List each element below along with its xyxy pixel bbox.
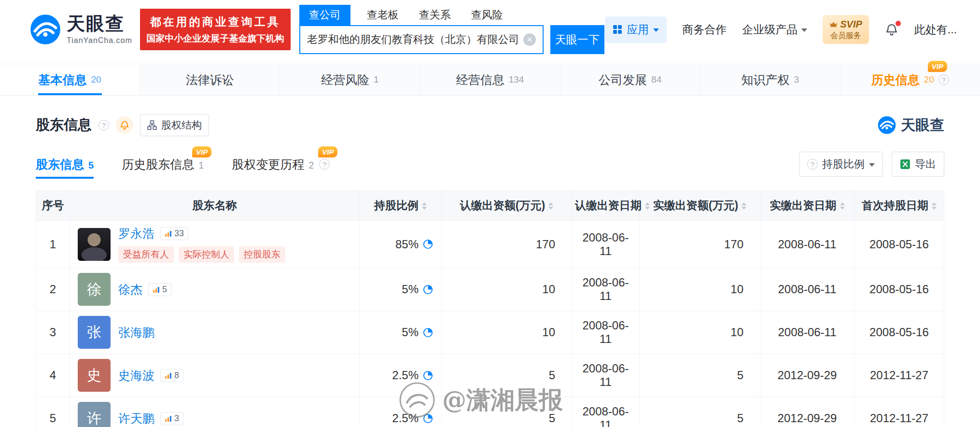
network-icon bbox=[153, 286, 160, 293]
tab-label: 历史信息 bbox=[871, 72, 920, 88]
subtab-equity-changes[interactable]: VIP 股权变更历程 2 bbox=[232, 157, 330, 172]
partner-count-badge[interactable]: 5 bbox=[148, 283, 171, 296]
tab-development[interactable]: 公司发展 84 bbox=[560, 64, 700, 95]
export-label: 导出 bbox=[915, 157, 936, 171]
partner-count-badge[interactable]: 33 bbox=[160, 227, 188, 240]
sort-icon[interactable] bbox=[840, 202, 845, 210]
pie-chart-icon[interactable] bbox=[422, 370, 434, 381]
shareholder-name-link[interactable]: 张海鹏 bbox=[118, 325, 154, 341]
brand-watermark: 天眼查 bbox=[878, 115, 944, 135]
search-input[interactable] bbox=[307, 33, 523, 46]
paid-amount: 5 bbox=[640, 354, 760, 397]
tab-label: 法律诉讼 bbox=[186, 72, 234, 88]
search-box bbox=[299, 25, 544, 54]
tab-business-risk[interactable]: 经营风险 1 bbox=[280, 64, 420, 95]
ratio-filter-button[interactable]: 持股比例 bbox=[799, 152, 883, 177]
paid-date: 2012-09-29 bbox=[760, 354, 854, 397]
shareholder-name-link[interactable]: 许天鹏 bbox=[118, 411, 154, 427]
apps-label: 应用 bbox=[627, 22, 649, 37]
column-header-paid-date: 实缴出资日期 bbox=[760, 191, 854, 221]
table-row: 5 许 许天鹏 3 bbox=[36, 397, 944, 427]
shareholder-name-link[interactable]: 史海波 bbox=[118, 368, 154, 384]
search-tab-boss[interactable]: 查老板 bbox=[363, 5, 403, 25]
tab-history[interactable]: VIP 历史信息 20 bbox=[840, 64, 980, 95]
sort-icon[interactable] bbox=[422, 202, 427, 210]
subtab-count: 2 bbox=[308, 160, 314, 171]
pie-chart-icon[interactable] bbox=[422, 327, 434, 338]
nav-enterprise[interactable]: 企业级产品 bbox=[742, 22, 807, 37]
org-chart-icon bbox=[147, 120, 157, 130]
subtab-history-shareholders[interactable]: VIP 历史股东信息 1 bbox=[122, 157, 204, 172]
search-tab-relation[interactable]: 查关系 bbox=[415, 5, 455, 25]
export-button[interactable]: 导出 bbox=[892, 152, 944, 177]
company-tabs: 基本信息 20 法律诉讼 经营风险 1 经营信息 134 公司发展 84 知识产… bbox=[0, 64, 980, 96]
svip-badge[interactable]: SVIP 会员服务 bbox=[823, 15, 869, 43]
table-row: 4 史 史海波 8 bbox=[36, 354, 944, 397]
avatar: 史 bbox=[78, 359, 111, 392]
subscribe-bell-button[interactable] bbox=[116, 116, 133, 134]
pie-chart-icon[interactable] bbox=[422, 284, 434, 295]
partner-count-badge[interactable]: 8 bbox=[160, 369, 183, 382]
tab-count: 20 bbox=[91, 74, 101, 85]
shareholder-section: 股东信息 股权结构 天眼查 股东信息 bbox=[0, 114, 980, 427]
equity-structure-button[interactable]: 股权结构 bbox=[140, 114, 209, 136]
help-icon[interactable] bbox=[98, 120, 109, 130]
search-tab-company[interactable]: 查公司 bbox=[299, 5, 350, 25]
tab-count: 134 bbox=[509, 74, 524, 85]
notification-dot bbox=[896, 21, 901, 26]
network-icon bbox=[165, 372, 172, 379]
equity-structure-label: 股权结构 bbox=[161, 118, 202, 132]
bell-icon bbox=[119, 120, 130, 130]
sort-icon[interactable] bbox=[548, 202, 553, 210]
notification-bell[interactable] bbox=[884, 22, 899, 37]
subscribed-date: 2008-06-11 bbox=[572, 268, 640, 311]
tab-label: 公司发展 bbox=[599, 72, 647, 88]
partner-count-badge[interactable]: 3 bbox=[160, 412, 183, 425]
tab-legal[interactable]: 法律诉讼 bbox=[140, 64, 280, 95]
sort-icon[interactable] bbox=[645, 202, 650, 210]
logo-title: 天眼查 bbox=[67, 14, 132, 34]
section-title: 股东信息 bbox=[36, 115, 92, 135]
search-button[interactable]: 天眼一下 bbox=[550, 25, 604, 54]
first-hold-date: 2012-11-27 bbox=[854, 354, 944, 397]
tab-intellectual-property[interactable]: 知识产权 3 bbox=[700, 64, 840, 95]
chevron-down-icon bbox=[869, 163, 875, 167]
row-index: 1 bbox=[36, 221, 70, 268]
sort-icon[interactable] bbox=[742, 202, 746, 210]
account-name[interactable]: 此处有... bbox=[914, 22, 957, 37]
svip-label: SVIP bbox=[840, 18, 862, 30]
role-tag: 受益所有人 bbox=[118, 246, 174, 263]
paid-date: 2008-06-11 bbox=[760, 311, 854, 354]
first-hold-date: 2012-11-27 bbox=[854, 397, 944, 427]
sort-icon[interactable] bbox=[932, 202, 937, 210]
tab-label: 经营信息 bbox=[456, 72, 504, 88]
column-header-paid-amount: 实缴出资额(万元) bbox=[640, 191, 760, 221]
first-hold-date: 2008-05-16 bbox=[854, 311, 944, 354]
shareholder-name-link[interactable]: 徐杰 bbox=[118, 282, 142, 298]
role-tag: 控股股东 bbox=[239, 246, 285, 263]
subtab-shareholders[interactable]: 股东信息 5 bbox=[36, 157, 94, 172]
subscribed-amount: 170 bbox=[442, 221, 572, 268]
shareholder-name-link[interactable]: 罗永浩 bbox=[118, 226, 154, 242]
paid-amount: 5 bbox=[640, 397, 760, 427]
search-tab-risk[interactable]: 查风险 bbox=[467, 5, 507, 25]
table-row: 3 张 张海鹏 5% 10 2008-06-11 10 2008- bbox=[36, 311, 944, 354]
avatar: 徐 bbox=[78, 273, 111, 306]
banner-line1: 都在用的商业查询工具 bbox=[150, 14, 280, 29]
apps-button[interactable]: 应用 bbox=[605, 16, 667, 43]
tab-count: 1 bbox=[374, 74, 379, 85]
help-icon[interactable] bbox=[938, 74, 949, 85]
help-icon[interactable] bbox=[319, 159, 330, 170]
subscribed-amount: 5 bbox=[442, 397, 572, 427]
tab-business-info[interactable]: 经营信息 134 bbox=[420, 64, 560, 95]
tianyancha-logo[interactable]: 天眼查 TianYanCha.com bbox=[30, 14, 132, 45]
paid-date: 2008-06-11 bbox=[760, 268, 854, 311]
ratio-filter-label: 持股比例 bbox=[822, 157, 865, 171]
nav-cooperation[interactable]: 商务合作 bbox=[682, 22, 727, 37]
pie-chart-icon[interactable] bbox=[422, 413, 434, 424]
tab-basic-info[interactable]: 基本信息 20 bbox=[0, 64, 140, 95]
tianyancha-logo-icon bbox=[878, 116, 896, 134]
enterprise-label: 企业级产品 bbox=[742, 22, 798, 37]
clear-search-icon[interactable] bbox=[523, 33, 536, 46]
pie-chart-icon[interactable] bbox=[422, 239, 434, 250]
